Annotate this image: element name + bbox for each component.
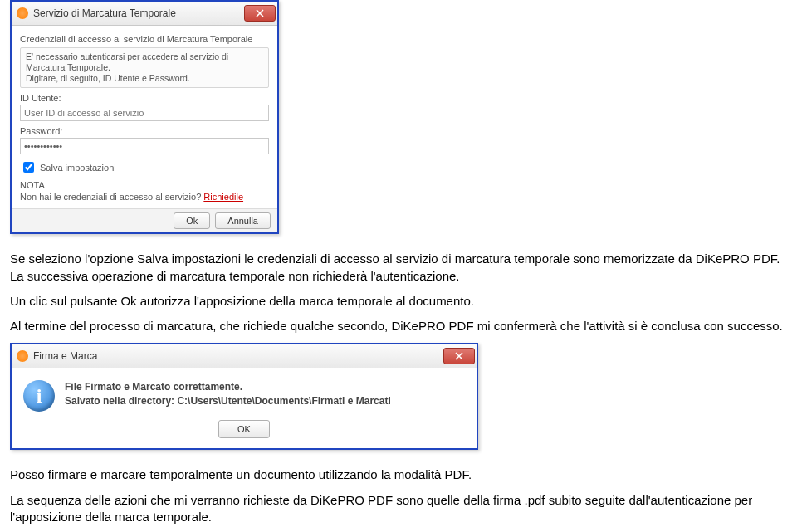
saved-in-label: Salvato nella directory: [65, 395, 177, 407]
dialog-button-row: Ok Annulla [12, 208, 277, 232]
close-button[interactable] [244, 5, 276, 22]
richiedile-link[interactable]: Richiedile [203, 192, 243, 202]
nota-line: Non hai le credenziali di accesso al ser… [20, 192, 269, 202]
result-line1: File Firmato e Marcato correttamente. [65, 380, 391, 394]
credentials-section-label: Credenziali di accesso al servizio di Ma… [20, 34, 269, 44]
body-paragraph-5: La sequenza delle azioni che mi verranno… [10, 492, 787, 526]
result-message: File Firmato e Marcato correttamente. Sa… [65, 380, 391, 408]
auth-instructions-line2: Digitare, di seguito, ID Utente e Passwo… [26, 73, 263, 84]
password-input[interactable] [20, 138, 269, 154]
password-label: Password: [20, 126, 269, 136]
close-icon [256, 9, 264, 17]
body-paragraph-2: Un clic sul pulsante Ok autorizza l'appo… [10, 293, 787, 310]
dialog-button-row: OK [12, 417, 477, 448]
nota-header: NOTA [20, 180, 269, 190]
body-paragraph-3: Al termine del processo di marcatura, ch… [10, 318, 787, 334]
dialog-titlebar: Firma e Marca [12, 344, 477, 368]
id-utente-label: ID Utente: [20, 93, 269, 103]
auth-instructions: E' necessario autenticarsi per accedere … [20, 47, 269, 88]
ok-button[interactable]: OK [218, 420, 270, 438]
result-line2: Salvato nella directory: C:\Users\Utente… [65, 394, 391, 408]
close-button[interactable] [443, 348, 475, 364]
nota-text: Non hai le credenziali di accesso al ser… [20, 192, 201, 202]
dialog-title: Firma e Marca [33, 350, 97, 362]
body-paragraph-1: Se seleziono l'opzione Salva impostazion… [10, 251, 787, 285]
save-settings-checkbox[interactable] [23, 162, 34, 173]
cancel-button[interactable]: Annulla [215, 212, 271, 229]
ok-button[interactable]: Ok [174, 212, 210, 229]
id-utente-input[interactable] [20, 105, 269, 121]
save-settings-label: Salva impostazioni [40, 163, 116, 173]
body-paragraph-4: Posso firmare e marcare temporalmente un… [10, 466, 787, 483]
app-icon [17, 7, 28, 19]
timestamp-auth-dialog: Servizio di Marcatura Temporale Credenzi… [10, 0, 279, 234]
dialog-title: Servizio di Marcatura Temporale [33, 7, 176, 19]
sign-mark-result-dialog: Firma e Marca i File Firmato e Marcato c… [10, 343, 478, 450]
close-icon [455, 352, 463, 360]
info-icon: i [23, 380, 55, 412]
auth-instructions-line1: E' necessario autenticarsi per accedere … [26, 51, 263, 73]
app-icon [17, 350, 28, 362]
saved-path: C:\Users\Utente\Documents\Firmati e Marc… [177, 395, 390, 407]
dialog-titlebar: Servizio di Marcatura Temporale [12, 2, 277, 26]
